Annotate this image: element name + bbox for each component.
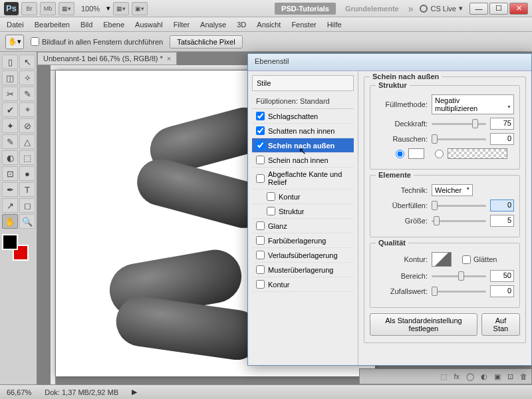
contour-picker[interactable] bbox=[432, 252, 452, 267]
antialias-checkbox[interactable]: Glätten bbox=[462, 255, 514, 264]
style-item[interactable]: Schein nach außen bbox=[252, 138, 354, 153]
tool-1[interactable]: ↖ bbox=[19, 55, 35, 69]
status-zoom[interactable]: 66,67% bbox=[7, 388, 31, 396]
tool-18[interactable]: ↗ bbox=[2, 198, 18, 213]
style-checkbox[interactable] bbox=[256, 251, 265, 259]
style-item[interactable]: Struktur bbox=[252, 204, 354, 219]
blend-options-header[interactable]: Fülloptionen: Standard bbox=[252, 94, 354, 109]
minibridge-icon[interactable]: Mb bbox=[40, 2, 56, 15]
document-tab-close-icon[interactable]: × bbox=[167, 55, 171, 63]
layers-footer-icon[interactable]: ▣ bbox=[494, 372, 501, 381]
menu-3d[interactable]: 3D bbox=[237, 21, 246, 29]
antialias-input[interactable] bbox=[462, 255, 471, 264]
menu-bearbeiten[interactable]: Bearbeiten bbox=[35, 21, 70, 29]
color-well[interactable] bbox=[408, 148, 424, 159]
color-swatches[interactable] bbox=[2, 234, 29, 261]
menu-auswahl[interactable]: Auswahl bbox=[135, 21, 163, 29]
style-checkbox[interactable] bbox=[256, 265, 265, 274]
style-checkbox[interactable] bbox=[267, 192, 275, 201]
range-value[interactable]: 50 bbox=[490, 270, 514, 282]
style-checkbox[interactable] bbox=[256, 236, 265, 245]
size-slider[interactable] bbox=[432, 220, 486, 222]
layers-footer-icon[interactable]: ◐ bbox=[481, 372, 487, 381]
style-checkbox[interactable] bbox=[256, 221, 265, 230]
tool-11[interactable]: △ bbox=[19, 134, 35, 149]
range-slider[interactable] bbox=[432, 275, 486, 277]
tool-14[interactable]: ⊡ bbox=[2, 166, 18, 181]
tool-0[interactable]: ▯ bbox=[2, 55, 18, 69]
tool-20[interactable]: ✋ bbox=[2, 214, 18, 229]
menu-fenster[interactable]: Fenster bbox=[291, 21, 316, 29]
screenmode-icon[interactable]: ▣▾ bbox=[132, 2, 148, 15]
close-button[interactable]: ✕ bbox=[509, 3, 528, 15]
blendmode-dropdown[interactable]: Negativ multiplizieren bbox=[432, 94, 514, 114]
layers-footer-icon[interactable]: 🗑 bbox=[520, 372, 527, 380]
menu-hilfe[interactable]: Hilfe bbox=[327, 21, 342, 29]
tool-15[interactable]: ● bbox=[19, 166, 35, 181]
style-item[interactable]: Farbüberlagerung bbox=[252, 233, 354, 248]
style-checkbox[interactable] bbox=[256, 112, 265, 120]
maximize-button[interactable]: ☐ bbox=[489, 3, 508, 15]
tool-21[interactable]: 🔍 bbox=[19, 214, 35, 229]
technique-dropdown[interactable]: Weicher bbox=[432, 184, 473, 196]
scroll-all-checkbox[interactable]: Bildlauf in allen Fenstern durchführen bbox=[31, 37, 163, 46]
style-checkbox[interactable] bbox=[267, 207, 275, 215]
tool-17[interactable]: T bbox=[19, 182, 35, 197]
style-item[interactable]: Abgeflachte Kante und Relief bbox=[252, 168, 354, 190]
tool-7[interactable]: ⌖ bbox=[19, 102, 35, 117]
tool-2[interactable]: ◫ bbox=[2, 70, 18, 85]
color-radio[interactable] bbox=[396, 150, 404, 158]
make-default-button[interactable]: Als Standardeinstellung festlegen bbox=[370, 313, 477, 336]
tool-5[interactable]: ✎ bbox=[19, 86, 35, 101]
tool-13[interactable]: ⬚ bbox=[19, 150, 35, 165]
minimize-button[interactable]: ― bbox=[469, 3, 488, 15]
noise-value[interactable]: 0 bbox=[490, 133, 514, 145]
style-item[interactable]: Schatten nach innen bbox=[252, 124, 354, 138]
spread-slider[interactable] bbox=[432, 205, 486, 207]
tool-8[interactable]: ✦ bbox=[2, 118, 18, 133]
tool-9[interactable]: ⊘ bbox=[19, 118, 35, 133]
document-tab[interactable]: Unbenannt-1 bei 66,7% (S, RGB/8) * × bbox=[37, 52, 177, 65]
gradient-radio[interactable] bbox=[435, 150, 444, 158]
workspace-grundelemente[interactable]: Grundelemente bbox=[338, 5, 406, 13]
tool-19[interactable]: ◻ bbox=[19, 198, 35, 213]
workspace-psd-tutorials[interactable]: PSD-Tutorials bbox=[275, 3, 336, 15]
style-item[interactable]: Glanz bbox=[252, 219, 354, 233]
arrange-icon[interactable]: ▦▾ bbox=[113, 2, 129, 15]
bridge-icon[interactable]: Br bbox=[21, 2, 37, 15]
opacity-value[interactable]: 75 bbox=[490, 118, 514, 130]
tool-10[interactable]: ✎ bbox=[2, 134, 18, 149]
menu-analyse[interactable]: Analyse bbox=[200, 21, 226, 29]
style-item[interactable]: Kontur bbox=[252, 277, 354, 292]
style-item[interactable]: Verlaufsüberlagerung bbox=[252, 248, 354, 263]
style-item[interactable]: Schein nach innen bbox=[252, 153, 354, 168]
zoom-level[interactable]: 100% bbox=[77, 5, 104, 13]
layers-footer-icon[interactable]: ◯ bbox=[466, 372, 474, 381]
style-checkbox[interactable] bbox=[256, 141, 265, 150]
layers-footer-icon[interactable]: ⬚ bbox=[440, 372, 447, 381]
style-checkbox[interactable] bbox=[256, 126, 265, 135]
cs-live-button[interactable]: CS Live ▾ bbox=[416, 4, 467, 13]
style-checkbox[interactable] bbox=[256, 280, 265, 289]
menu-filter[interactable]: Filter bbox=[174, 21, 190, 29]
status-arrow-icon[interactable]: ▶ bbox=[132, 388, 137, 396]
zoom-dropdown-icon[interactable]: ▾ bbox=[106, 4, 110, 13]
style-item[interactable]: Schlagschatten bbox=[252, 109, 354, 124]
style-checkbox[interactable] bbox=[256, 156, 265, 164]
tool-16[interactable]: ✒ bbox=[2, 182, 18, 197]
tool-6[interactable]: ✔ bbox=[2, 102, 18, 117]
photoshop-icon[interactable]: Ps bbox=[4, 2, 19, 15]
menu-bild[interactable]: Bild bbox=[80, 21, 92, 29]
reset-default-button[interactable]: Auf Stan bbox=[481, 313, 520, 336]
menu-datei[interactable]: Datei bbox=[7, 21, 24, 29]
layers-footer-icon[interactable]: ⊡ bbox=[507, 372, 513, 381]
foreground-color-swatch[interactable] bbox=[2, 234, 18, 250]
tool-4[interactable]: ✂ bbox=[2, 86, 18, 101]
view-icon[interactable]: ▦▾ bbox=[59, 2, 74, 15]
menu-ebene[interactable]: Ebene bbox=[103, 21, 124, 29]
scroll-all-input[interactable] bbox=[31, 37, 39, 46]
size-value[interactable]: 5 bbox=[490, 215, 514, 227]
styles-header[interactable]: Stile bbox=[252, 75, 354, 91]
jitter-value[interactable]: 0 bbox=[490, 285, 514, 297]
actual-pixels-button[interactable]: Tatsächliche Pixel bbox=[170, 35, 242, 49]
